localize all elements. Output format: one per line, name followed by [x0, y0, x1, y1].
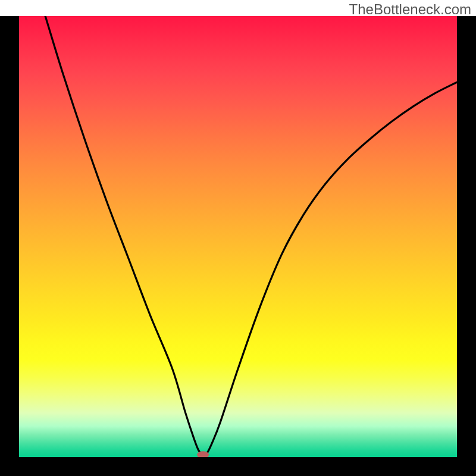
curve-layer	[19, 16, 457, 457]
plot-area	[19, 16, 457, 457]
chart-container: TheBottleneck.com	[0, 0, 476, 476]
bottleneck-curve	[45, 16, 457, 455]
watermark-text: TheBottleneck.com	[349, 1, 471, 18]
